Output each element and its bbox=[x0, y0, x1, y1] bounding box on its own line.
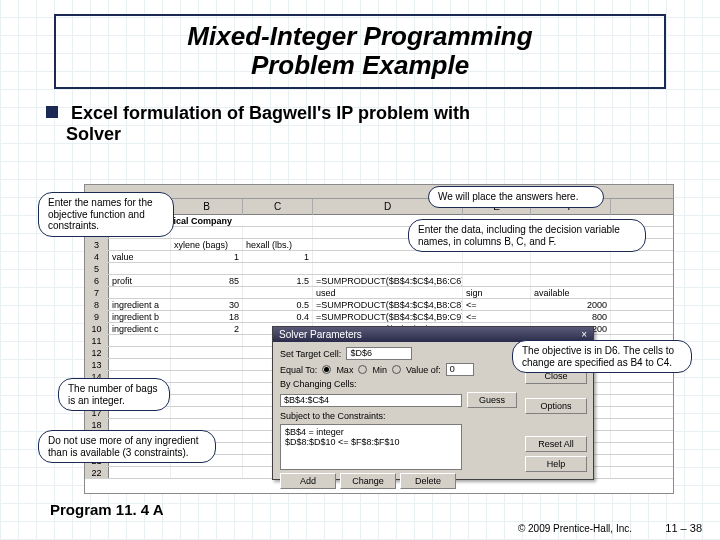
footer-page: 11 – 38 bbox=[665, 522, 702, 534]
cell bbox=[463, 275, 531, 286]
cell bbox=[531, 251, 611, 262]
slide-title-box: Mixed-Integer Programming Problem Exampl… bbox=[54, 14, 666, 89]
callout-objective: The objective is in D6. The cells to cha… bbox=[512, 340, 692, 373]
cell: =SUMPRODUCT($B$4:$C$4,B8:C8) bbox=[313, 299, 463, 310]
cell: 1 bbox=[171, 251, 243, 262]
cell: 5 bbox=[85, 263, 109, 274]
callout-integer: The number of bags is an integer. bbox=[58, 378, 170, 411]
cell: ingredient c bbox=[109, 323, 171, 334]
label-set-target: Set Target Cell: bbox=[280, 349, 341, 359]
cell bbox=[531, 275, 611, 286]
cell: =SUMPRODUCT($B$4:$C$4,B9:C9) bbox=[313, 311, 463, 322]
cell: 0.5 bbox=[243, 299, 313, 310]
cell bbox=[243, 227, 313, 238]
cell: 85 bbox=[171, 275, 243, 286]
changing-cells-input[interactable]: $B$4:$C$4 bbox=[280, 394, 462, 407]
cell bbox=[109, 239, 171, 250]
cell bbox=[109, 347, 171, 358]
constraint-1[interactable]: $B$4 = integer bbox=[285, 427, 457, 437]
cell bbox=[171, 287, 243, 298]
cell: 12 bbox=[85, 347, 109, 358]
callout-constraints: Do not use more of any ingredient than i… bbox=[38, 430, 216, 463]
title-line-2: Problem Example bbox=[251, 50, 469, 80]
cell: 2 bbox=[171, 323, 243, 334]
program-label: Program 11. 4 A bbox=[50, 501, 164, 518]
title-line-1: Mixed-Integer Programming bbox=[187, 21, 532, 51]
cell bbox=[109, 263, 171, 274]
col-C: C bbox=[243, 199, 313, 215]
constraint-2[interactable]: $D$8:$D$10 <= $F$8:$F$10 bbox=[285, 437, 457, 447]
label-by-changing: By Changing Cells: bbox=[280, 379, 357, 389]
cell: 18 bbox=[85, 419, 109, 430]
callout-enter-data: Enter the data, including the decision v… bbox=[408, 219, 646, 252]
cell bbox=[171, 467, 243, 478]
grid-row: 9ingredient b180.4=SUMPRODUCT($B$4:$C$4,… bbox=[85, 311, 673, 323]
cell bbox=[109, 335, 171, 346]
cell: 800 bbox=[531, 311, 611, 322]
dialog-title: Solver Parameters bbox=[279, 329, 362, 340]
cell bbox=[313, 263, 463, 274]
help-button[interactable]: Help bbox=[525, 456, 587, 472]
cell bbox=[171, 383, 243, 394]
cell: 1 bbox=[243, 251, 313, 262]
callout-obj-names: Enter the names for the objective functi… bbox=[38, 192, 174, 237]
cell: sign bbox=[463, 287, 531, 298]
cell bbox=[171, 335, 243, 346]
constraints-list[interactable]: $B$4 = integer $D$8:$D$10 <= $F$8:$F$10 bbox=[280, 424, 462, 470]
cell: <= bbox=[463, 299, 531, 310]
callout-answers: We will place the answers here. bbox=[428, 186, 604, 208]
cell: =SUMPRODUCT($B$4:$C$4,B6:C6) bbox=[313, 275, 463, 286]
reset-all-button[interactable]: Reset All bbox=[525, 436, 587, 452]
cell bbox=[313, 251, 463, 262]
target-cell-input[interactable]: $D$6 bbox=[346, 347, 412, 360]
cell bbox=[171, 419, 243, 430]
cell: 18 bbox=[171, 311, 243, 322]
guess-button[interactable]: Guess bbox=[467, 392, 517, 408]
cell: value bbox=[109, 251, 171, 262]
cell: available bbox=[531, 287, 611, 298]
grid-row: 4value11 bbox=[85, 251, 673, 263]
cell: 6 bbox=[85, 275, 109, 286]
label-subject: Subject to the Constraints: bbox=[280, 411, 386, 421]
delete-button[interactable]: Delete bbox=[400, 473, 456, 489]
bullet-text-cont: Solver bbox=[66, 124, 720, 145]
cell bbox=[531, 263, 611, 274]
cell: 7 bbox=[85, 287, 109, 298]
cell bbox=[171, 263, 243, 274]
bullet-row: Excel formulation of Bagwell's IP proble… bbox=[46, 103, 674, 124]
cell bbox=[109, 467, 171, 478]
cell bbox=[171, 227, 243, 238]
cell bbox=[171, 407, 243, 418]
cell: xylene (bags) bbox=[171, 239, 243, 250]
radio-value-of[interactable] bbox=[392, 365, 401, 374]
cell: hexall (lbs.) bbox=[243, 239, 313, 250]
cell: profit bbox=[109, 275, 171, 286]
cell bbox=[463, 263, 531, 274]
label-min: Min bbox=[372, 365, 387, 375]
grid-row: 6profit851.5=SUMPRODUCT($B$4:$C$4,B6:C6) bbox=[85, 275, 673, 287]
cell: 30 bbox=[171, 299, 243, 310]
cell bbox=[109, 287, 171, 298]
radio-max[interactable] bbox=[322, 365, 331, 374]
cell bbox=[171, 395, 243, 406]
radio-min[interactable] bbox=[358, 365, 367, 374]
cell: 1.5 bbox=[243, 275, 313, 286]
cell: 3 bbox=[85, 239, 109, 250]
cell: 2000 bbox=[531, 299, 611, 310]
cell bbox=[171, 359, 243, 370]
cell bbox=[243, 287, 313, 298]
cell: ingredient b bbox=[109, 311, 171, 322]
close-icon[interactable]: × bbox=[581, 329, 587, 340]
cell: 11 bbox=[85, 335, 109, 346]
cell: <= bbox=[463, 311, 531, 322]
cell bbox=[109, 359, 171, 370]
change-button[interactable]: Change bbox=[340, 473, 396, 489]
add-button[interactable]: Add bbox=[280, 473, 336, 489]
value-of-input[interactable]: 0 bbox=[446, 363, 474, 376]
cell: 4 bbox=[85, 251, 109, 262]
options-button[interactable]: Options bbox=[525, 398, 587, 414]
cell: ingredient a bbox=[109, 299, 171, 310]
cell: 9 bbox=[85, 311, 109, 322]
label-value-of: Value of: bbox=[406, 365, 441, 375]
col-B: B bbox=[171, 199, 243, 215]
